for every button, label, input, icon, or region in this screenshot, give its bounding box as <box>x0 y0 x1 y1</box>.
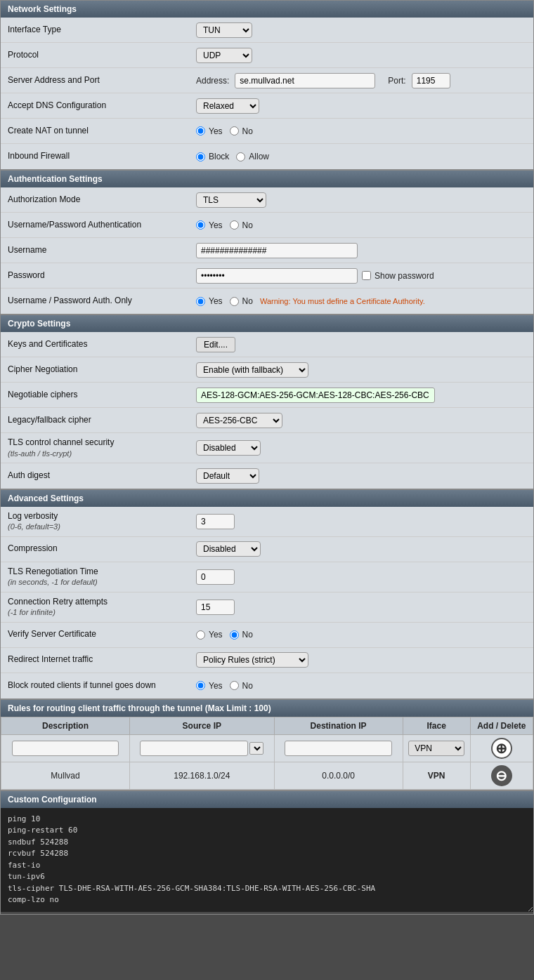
inbound-allow-radio[interactable] <box>236 152 245 161</box>
routing-desc-input[interactable] <box>12 741 119 756</box>
col-add-delete: Add / Delete <box>470 717 533 734</box>
password-input[interactable] <box>196 268 358 284</box>
show-password-label: Show password <box>375 271 434 281</box>
block-routed-clients-no-radio[interactable] <box>230 681 239 690</box>
verify-server-cert-yes-text: Yes <box>209 630 223 640</box>
crypto-settings-title: Crypto Settings <box>8 319 70 329</box>
auth-digest-select[interactable]: Default SHA1 SHA256 SHA384 SHA512 <box>196 468 259 484</box>
custom-config-textarea[interactable] <box>1 808 533 912</box>
user-pass-auth-no-label[interactable]: No <box>230 220 253 230</box>
address-group: Address: Port: <box>196 73 450 88</box>
redirect-internet-label: Redirect Internet traffic <box>1 650 190 670</box>
connection-retry-input[interactable] <box>196 600 235 615</box>
negotiable-ciphers-input[interactable] <box>196 388 435 403</box>
routing-remove-cell: ⊖ <box>470 762 533 789</box>
connection-retry-label: Connection Retry attempts (-1 for infini… <box>1 592 190 622</box>
inbound-firewall-block-label[interactable]: Block <box>196 152 229 161</box>
block-routed-clients-no-label[interactable]: No <box>230 681 253 691</box>
user-pass-auth-no-text: No <box>242 220 253 230</box>
plus-icon: ⊕ <box>495 741 507 755</box>
routing-remove-button[interactable]: ⊖ <box>491 765 512 786</box>
verify-server-cert-no-label[interactable]: No <box>230 630 253 640</box>
routing-dest-ip-input[interactable] <box>285 741 392 756</box>
redirect-internet-select[interactable]: Policy Rules (strict) Policy Rules Route… <box>196 652 308 668</box>
create-nat-no-label[interactable]: No <box>230 126 253 136</box>
custom-config-header: Custom Configuration <box>1 791 533 808</box>
server-address-label: Server Address and Port <box>1 71 190 91</box>
block-routed-clients-yes-label[interactable]: Yes <box>196 681 223 691</box>
verify-server-cert-no-radio[interactable] <box>230 630 239 640</box>
block-routed-clients-yes-radio[interactable] <box>196 681 205 690</box>
inbound-block-radio[interactable] <box>196 152 205 161</box>
block-routed-clients-no-text: No <box>242 681 253 691</box>
compression-row: Compression Disabled Enabled Adaptive <box>1 537 533 562</box>
verify-server-cert-no-text: No <box>242 630 253 640</box>
routing-source-ip-select[interactable]: ▼ <box>249 742 263 755</box>
user-pass-auth-yes-label[interactable]: Yes <box>196 220 223 230</box>
block-routed-clients-label: Block routed clients if tunnel goes down <box>1 676 190 696</box>
auth-mode-label: Authorization Mode <box>1 190 190 210</box>
port-text-label: Port: <box>388 76 405 86</box>
col-destination-ip: Destination IP <box>274 717 403 734</box>
tls-renegotiation-control <box>190 566 533 588</box>
create-nat-yes-radio[interactable] <box>196 126 205 135</box>
keys-certs-control: Edit.... <box>190 333 533 356</box>
password-control: Show password <box>190 265 533 287</box>
create-nat-no-radio[interactable] <box>230 126 239 135</box>
username-input[interactable] <box>196 243 358 258</box>
server-address-input[interactable] <box>235 73 375 88</box>
accept-dns-select[interactable]: Relaxed Strict None <box>196 98 259 114</box>
legacy-cipher-select[interactable]: AES-256-CBC AES-128-CBC DES-CBC BF-CBC <box>196 413 282 428</box>
keys-certs-label: Keys and Certificates <box>1 335 190 355</box>
log-verbosity-input[interactable] <box>196 514 235 529</box>
routing-add-button[interactable]: ⊕ <box>491 738 512 759</box>
interface-type-select[interactable]: TUN TAP <box>196 22 252 38</box>
user-pass-auth-only-no-text: No <box>242 296 253 306</box>
compression-select[interactable]: Disabled Enabled Adaptive <box>196 541 261 557</box>
routing-mullvad-desc: Mullvad <box>1 762 130 789</box>
legacy-cipher-control: AES-256-CBC AES-128-CBC DES-CBC BF-CBC <box>190 409 533 432</box>
routing-input-row: ▼ VPN WAN LAN ⊕ <box>1 734 533 762</box>
negotiable-ciphers-label: Negotiable ciphers <box>1 385 190 405</box>
user-pass-auth-only-yes-radio[interactable] <box>196 297 205 306</box>
tls-renegotiation-sublabel: (in seconds, -1 for default) <box>8 577 183 587</box>
routing-desc-input-cell <box>1 734 130 762</box>
verify-server-cert-yes-radio[interactable] <box>196 630 205 640</box>
routing-iface-select[interactable]: VPN WAN LAN <box>408 741 464 756</box>
routing-source-ip-input[interactable] <box>140 741 248 756</box>
cipher-negotiation-select[interactable]: Enable (with fallback) Enable Disable <box>196 362 308 378</box>
inbound-firewall-control: Block Allow <box>190 148 533 165</box>
user-pass-auth-only-yes-text: Yes <box>209 296 223 306</box>
verify-server-cert-control: Yes No <box>190 626 533 643</box>
tls-renegotiation-input[interactable] <box>196 569 235 585</box>
password-row: Password Show password <box>1 263 533 289</box>
user-pass-auth-yes-radio[interactable] <box>196 220 205 230</box>
routing-section: Rules for routing client traffic through… <box>0 699 534 790</box>
routing-table: Description Source IP Destination IP Ifa… <box>1 717 533 790</box>
user-pass-auth-row: Username/Password Authentication Yes No <box>1 213 533 238</box>
show-password-checkbox[interactable] <box>362 271 371 280</box>
inbound-block-text: Block <box>209 152 229 161</box>
user-pass-auth-only-no-label[interactable]: No <box>230 296 253 306</box>
port-input[interactable] <box>412 73 450 88</box>
create-nat-label: Create NAT on tunnel <box>1 121 190 141</box>
block-routed-clients-row: Block routed clients if tunnel goes down… <box>1 673 533 698</box>
create-nat-yes-label[interactable]: Yes <box>196 126 223 136</box>
auth-mode-select[interactable]: TLS Static Key <box>196 192 266 208</box>
tls-control-select[interactable]: Disabled tls-auth tls-crypt <box>196 440 261 456</box>
verify-server-cert-label: Verify Server Certificate <box>1 625 190 644</box>
verify-server-cert-yes-label[interactable]: Yes <box>196 630 223 640</box>
legacy-cipher-label: Legacy/fallback cipher <box>1 411 190 430</box>
keys-certs-edit-button[interactable]: Edit.... <box>196 337 235 352</box>
protocol-select[interactable]: UDP TCP <box>196 48 252 63</box>
cipher-negotiation-label: Cipher Negotiation <box>1 360 190 380</box>
user-pass-auth-only-no-radio[interactable] <box>230 297 239 306</box>
routing-mullvad-source: 192.168.1.0/24 <box>129 762 274 789</box>
user-pass-auth-only-yes-label[interactable]: Yes <box>196 296 223 306</box>
routing-mullvad-iface: VPN <box>403 762 470 789</box>
auth-mode-control: TLS Static Key <box>190 189 533 211</box>
custom-config-body-wrapper <box>1 808 533 914</box>
user-pass-auth-no-radio[interactable] <box>230 220 239 230</box>
custom-config-title: Custom Configuration <box>8 795 97 804</box>
inbound-firewall-allow-label[interactable]: Allow <box>236 152 269 161</box>
